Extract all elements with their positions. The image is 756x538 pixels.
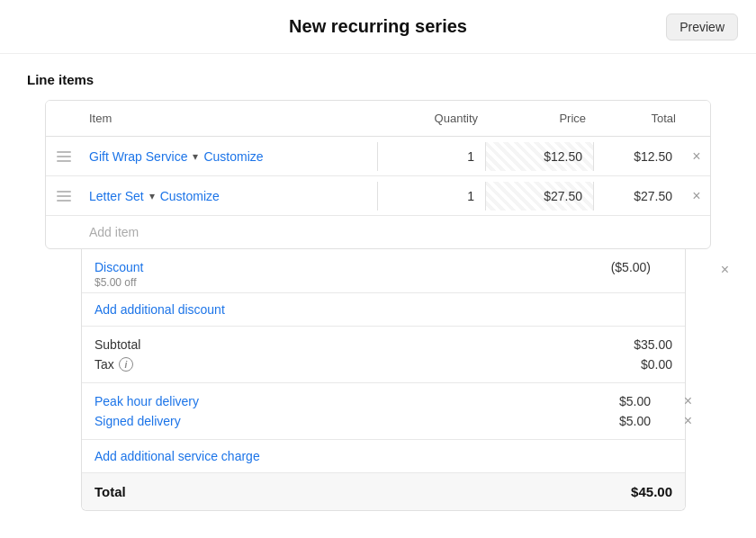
add-additional-discount-link[interactable]: Add additional discount xyxy=(94,302,225,317)
remove-service-2[interactable]: × xyxy=(684,413,692,429)
item-name-2[interactable]: Letter Set xyxy=(89,189,144,203)
summary-box: Discount $5.00 off ($5.00) × Add additio… xyxy=(81,249,686,511)
chevron-down-icon-1[interactable]: ▾ xyxy=(193,150,198,163)
table-header: Item Quantity Price Total xyxy=(46,101,710,137)
total-label: Total xyxy=(94,484,126,499)
remove-row-1[interactable]: × xyxy=(683,148,710,165)
total-col-header: Total xyxy=(593,108,683,129)
customize-link-2[interactable]: Customize xyxy=(160,189,220,203)
service-section: Peak hour delivery $5.00 × Signed delive… xyxy=(82,383,685,440)
price-cell-2[interactable]: $27.50 xyxy=(485,182,593,211)
add-service-row: Add additional service charge xyxy=(82,440,685,473)
discount-amount: ($5.00) xyxy=(611,260,672,274)
total-value: $45.00 xyxy=(631,484,672,499)
service-value-1: $5.00 xyxy=(619,394,672,408)
svg-rect-4 xyxy=(57,195,71,197)
section-label: Line items xyxy=(27,72,729,87)
svg-rect-2 xyxy=(57,160,71,162)
svg-rect-1 xyxy=(57,156,71,157)
service-line-2: Signed delivery $5.00 × xyxy=(94,414,672,428)
drag-col-header xyxy=(46,108,82,129)
service-name-2[interactable]: Signed delivery xyxy=(94,414,181,428)
quantity-cell-2[interactable]: 1 xyxy=(377,182,485,211)
item-cell-1: Gift Wrap Service ▾ Customize xyxy=(82,142,377,171)
remove-service-1[interactable]: × xyxy=(684,393,692,409)
add-item-row[interactable]: Add item xyxy=(46,216,710,248)
service-value-2: $5.00 xyxy=(619,414,672,428)
tax-info-icon[interactable]: i xyxy=(119,357,133,372)
remove-col-header xyxy=(683,108,710,129)
line-items-table: Item Quantity Price Total xyxy=(45,100,711,249)
drag-icon xyxy=(57,149,71,164)
total-section: Total $45.00 xyxy=(82,473,685,510)
price-cell-1[interactable]: $12.50 xyxy=(485,142,593,171)
drag-handle-1[interactable] xyxy=(46,149,82,164)
chevron-down-icon-2[interactable]: ▾ xyxy=(149,190,155,202)
item-cell-2: Letter Set ▾ Customize xyxy=(82,182,377,211)
price-col-header: Price xyxy=(485,108,593,129)
remove-discount-button[interactable]: × xyxy=(721,262,729,278)
tax-label: Tax i xyxy=(94,357,133,372)
svg-rect-3 xyxy=(57,191,71,193)
drag-icon xyxy=(57,189,71,203)
table-row: Letter Set ▾ Customize 1 $27.50 $27.50 × xyxy=(46,176,710,216)
quantity-cell-1[interactable]: 1 xyxy=(377,142,485,171)
remove-row-2[interactable]: × xyxy=(683,188,710,204)
subtotal-label: Subtotal xyxy=(94,337,140,352)
preview-button[interactable]: Preview xyxy=(666,13,738,40)
add-discount-row: Add additional discount xyxy=(82,293,685,327)
discount-row: Discount $5.00 off ($5.00) xyxy=(82,249,685,293)
add-service-link[interactable]: Add additional service charge xyxy=(94,449,260,463)
svg-rect-5 xyxy=(57,200,71,202)
drag-handle-2[interactable] xyxy=(46,189,82,203)
item-col-header: Item xyxy=(82,108,377,129)
add-item-placeholder: Add item xyxy=(89,225,139,239)
discount-sub: $5.00 off xyxy=(94,276,143,289)
svg-rect-0 xyxy=(57,151,71,153)
item-name-1[interactable]: Gift Wrap Service xyxy=(89,149,187,164)
table-row: Gift Wrap Service ▾ Customize 1 $12.50 $… xyxy=(46,137,710,176)
page-title: New recurring series xyxy=(289,16,467,37)
service-line-1: Peak hour delivery $5.00 × xyxy=(94,394,672,408)
subtotal-value: $35.00 xyxy=(634,337,672,352)
page-header: New recurring series Preview xyxy=(0,0,756,54)
total-cell-2: $27.50 xyxy=(593,182,683,211)
tax-value: $0.00 xyxy=(641,357,672,372)
service-name-1[interactable]: Peak hour delivery xyxy=(94,394,199,408)
quantity-col-header: Quantity xyxy=(377,108,485,129)
subtotal-section: Subtotal $35.00 Tax i $0.00 xyxy=(82,327,685,383)
total-cell-1: $12.50 xyxy=(593,142,683,171)
customize-link-1[interactable]: Customize xyxy=(203,149,263,164)
discount-label[interactable]: Discount xyxy=(94,260,143,274)
